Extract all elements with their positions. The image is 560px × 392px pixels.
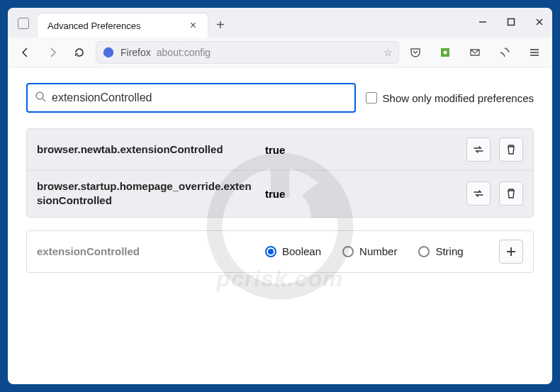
table-row[interactable]: browser.newtab.extensionControlled true [27,129,533,170]
add-pref-row: extensionControlled Boolean Number Strin… [26,230,534,273]
firefox-logo-icon [102,46,115,59]
extension-icon[interactable] [435,42,456,63]
search-icon [35,91,46,105]
active-tab[interactable]: Advanced Preferences × [38,13,208,38]
search-row: Show only modified preferences [26,83,534,113]
bookmark-star-icon[interactable]: ☆ [383,47,393,58]
results-table: browser.newtab.extensionControlled true … [26,128,534,218]
new-tab-button[interactable]: + [208,13,233,38]
tab-strip: Advanced Preferences × + [8,8,552,38]
radio-icon [265,246,276,257]
identity-label: Firefox [121,47,151,58]
radio-string[interactable]: String [418,245,463,257]
pref-name: browser.newtab.extensionControlled [37,142,257,157]
add-pref-name: extensionControlled [37,245,257,257]
show-modified-label: Show only modified preferences [383,92,534,104]
checkbox-icon[interactable] [366,92,377,103]
pocket-icon[interactable] [405,42,426,63]
close-window-button[interactable] [532,15,547,29]
pref-value: true [265,188,329,200]
svg-point-6 [444,50,447,54]
add-button[interactable] [499,240,523,264]
radio-icon [418,246,430,257]
search-input[interactable] [52,91,347,104]
tab-title: Advanced Preferences [47,21,186,31]
table-row[interactable]: browser.startup.homepage_override.extens… [27,170,533,217]
mail-icon[interactable] [464,42,486,63]
back-button[interactable] [15,42,36,63]
svg-line-11 [43,99,45,101]
maximize-button[interactable] [504,15,518,29]
nav-toolbar: Firefox about:config ☆ [8,38,552,67]
svg-point-4 [103,47,113,57]
shield-icon[interactable] [494,42,515,63]
toolbar-icons [405,42,545,63]
pref-value: true [265,144,329,156]
delete-button[interactable] [499,138,523,162]
svg-rect-1 [508,19,515,26]
close-icon[interactable]: × [186,18,201,33]
svg-point-10 [36,92,43,99]
window-controls [476,15,547,29]
pref-name: browser.startup.homepage_override.extens… [37,179,257,208]
forward-button[interactable] [42,42,63,63]
type-radios: Boolean Number String [265,245,491,257]
reload-button[interactable] [69,42,90,63]
radio-boolean[interactable]: Boolean [265,245,321,257]
browser-window: Advanced Preferences × + Firefox about:c… [8,8,552,384]
toggle-button[interactable] [466,138,491,162]
delete-button[interactable] [499,181,523,206]
menu-button[interactable] [524,42,545,63]
radio-number[interactable]: Number [342,245,397,257]
toggle-button[interactable] [466,181,491,206]
minimize-button[interactable] [476,15,490,29]
url-bar[interactable]: Firefox about:config ☆ [96,41,399,64]
about-config-content: Show only modified preferences browser.n… [8,67,552,289]
url-text: about:config [157,47,378,58]
search-box[interactable] [26,83,356,113]
radio-icon [342,246,354,257]
show-modified-checkbox[interactable]: Show only modified preferences [366,92,534,104]
